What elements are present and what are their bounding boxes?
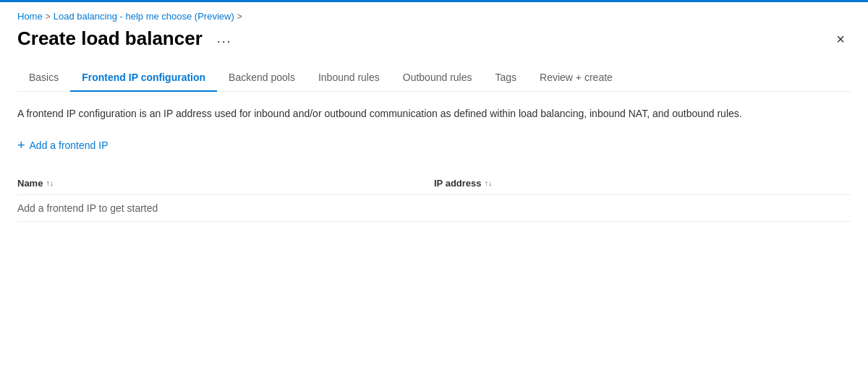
tabs-container: Basics Frontend IP configuration Backend… [17, 64, 851, 92]
plus-icon: + [17, 139, 25, 152]
breadcrumb: Home > Load balancing - help me choose (… [17, 11, 851, 22]
tab-review-create[interactable]: Review + create [528, 64, 624, 92]
tab-basics[interactable]: Basics [17, 64, 70, 92]
frontend-ip-table: Name ↑↓ IP address ↑↓ Add a frontend IP … [17, 172, 851, 222]
tab-inbound-rules[interactable]: Inbound rules [307, 64, 391, 92]
tab-tags[interactable]: Tags [484, 64, 529, 92]
page-title: Create load balancer [17, 27, 203, 50]
add-frontend-ip-label: Add a frontend IP [30, 139, 109, 151]
add-frontend-ip-button[interactable]: + Add a frontend IP [17, 136, 108, 155]
breadcrumb-home[interactable]: Home [17, 11, 43, 22]
sort-icon-name[interactable]: ↑↓ [46, 180, 54, 186]
column-header-ip[interactable]: IP address ↑↓ [434, 178, 851, 189]
title-left: Create load balancer ... [17, 27, 238, 50]
column-name-label: Name [17, 178, 43, 189]
table-empty-row: Add a frontend IP to get started [17, 195, 851, 222]
empty-message: Add a frontend IP to get started [17, 202, 158, 214]
column-ip-label: IP address [434, 178, 482, 189]
breadcrumb-load-balancing[interactable]: Load balancing - help me choose (Preview… [54, 11, 234, 22]
table-header: Name ↑↓ IP address ↑↓ [17, 172, 851, 195]
title-row: Create load balancer ... × [17, 27, 851, 50]
tab-outbound-rules[interactable]: Outbound rules [391, 64, 484, 92]
tab-backend-pools[interactable]: Backend pools [217, 64, 307, 92]
breadcrumb-separator-2: > [237, 12, 242, 22]
sort-icon-ip[interactable]: ↑↓ [485, 180, 493, 186]
tab-frontend-ip[interactable]: Frontend IP configuration [70, 64, 217, 92]
breadcrumb-separator-1: > [46, 12, 51, 22]
close-button[interactable]: × [830, 29, 851, 49]
description-text: A frontend IP configuration is an IP add… [17, 106, 813, 121]
ellipsis-button[interactable]: ... [211, 28, 238, 49]
column-header-name[interactable]: Name ↑↓ [17, 178, 434, 189]
